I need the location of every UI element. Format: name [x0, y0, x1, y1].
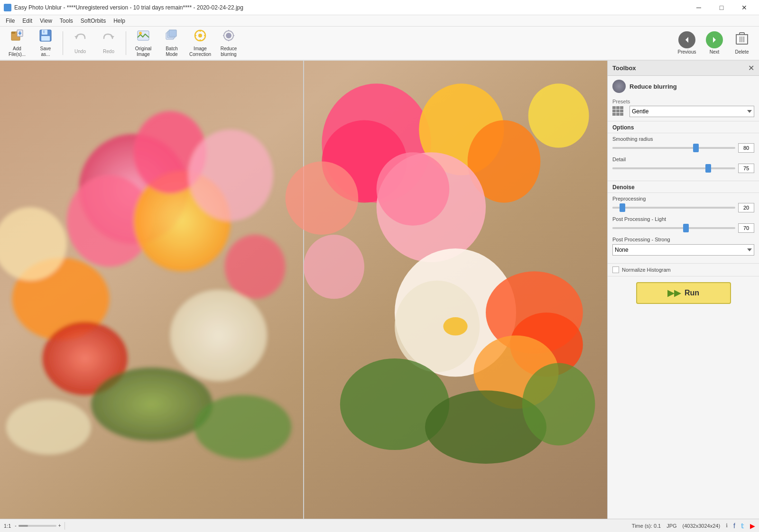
image-correction-label: ImageCorrection: [189, 46, 211, 57]
post-processing-strong-row: Post Processing - Strong None Light Medi…: [612, 237, 754, 256]
original-image-button[interactable]: OriginalImage: [130, 28, 157, 58]
next-button[interactable]: Next: [701, 28, 728, 58]
save-as-button[interactable]: Saveas...: [32, 28, 59, 58]
info-icon: ℹ: [726, 523, 728, 529]
image-correction-icon: [194, 29, 207, 45]
smoothing-radius-slider[interactable]: [612, 147, 735, 149]
image-area: [0, 61, 607, 519]
run-icon: ▶▶: [667, 288, 681, 298]
smoothing-radius-slider-row: 80: [612, 143, 754, 153]
batch-mode-button[interactable]: BatchMode: [158, 28, 185, 58]
reduce-blurring-label: Reduceblurring: [221, 46, 237, 57]
close-button[interactable]: ✕: [733, 0, 755, 15]
processing-time: Time (s): 0.1: [632, 523, 661, 529]
svg-point-64: [528, 83, 589, 147]
post-processing-light-value[interactable]: 70: [738, 223, 754, 233]
delete-button[interactable]: Delete: [729, 28, 755, 58]
svg-marker-10: [111, 36, 114, 38]
presets-grid-icon: [612, 106, 626, 117]
smoothing-radius-value[interactable]: 80: [738, 143, 754, 153]
original-image-label: OriginalImage: [135, 46, 151, 57]
svg-point-40: [170, 290, 267, 381]
zoom-in-icon[interactable]: +: [58, 523, 61, 528]
add-files-icon: [10, 29, 24, 45]
next-label: Next: [710, 49, 720, 55]
maximize-button[interactable]: □: [711, 0, 732, 15]
presets-section: Presets Gentle Medium Strong Custom: [608, 96, 759, 121]
previous-label: Previous: [678, 49, 696, 55]
redo-button[interactable]: Redo: [95, 28, 122, 58]
svg-rect-8: [41, 36, 50, 41]
post-processing-strong-select[interactable]: None Light Medium Strong: [612, 244, 754, 256]
toolbox-header: Toolbox ✕: [608, 61, 759, 76]
menu-view[interactable]: View: [36, 17, 56, 25]
social-icon-2[interactable]: 𝕥: [741, 522, 744, 530]
svg-point-62: [286, 162, 359, 235]
redo-label: Redo: [103, 49, 114, 55]
image-format: JPG: [666, 523, 676, 529]
normalize-histogram-checkbox[interactable]: [612, 266, 619, 273]
menu-tools[interactable]: Tools: [56, 17, 77, 25]
normalize-histogram-row: Normalize Histogram: [608, 264, 759, 276]
toolbox-title: Toolbox: [612, 64, 636, 72]
svg-point-60: [522, 363, 595, 446]
svg-point-52: [377, 152, 450, 226]
run-section: ▶▶ Run: [608, 276, 759, 310]
delete-label: Delete: [735, 49, 749, 55]
previous-button[interactable]: Previous: [674, 28, 700, 58]
post-processing-light-slider[interactable]: [612, 227, 735, 229]
svg-point-45: [6, 400, 91, 455]
preprocessing-value[interactable]: 20: [738, 203, 754, 212]
status-bar: 1:1 - + Time (s): 0.1 JPG (4032x3024x24)…: [0, 519, 759, 532]
svg-point-19: [226, 33, 231, 38]
next-icon: [706, 31, 723, 48]
toolbar-right-nav: Previous Next Delete: [674, 26, 755, 60]
preprocessing-slider[interactable]: [612, 207, 735, 209]
svg-rect-15: [169, 30, 176, 37]
denoise-body: Preprocessing 20 Post Processing - Light: [608, 193, 759, 264]
detail-thumb[interactable]: [705, 164, 711, 173]
detail-slider-row: 75: [612, 164, 754, 173]
post-processing-light-slider-row: 70: [612, 223, 754, 233]
svg-point-12: [139, 32, 142, 35]
post-processing-light-thumb[interactable]: [683, 224, 689, 232]
presets-label: Presets: [612, 99, 754, 104]
menu-edit[interactable]: Edit: [19, 17, 36, 25]
presets-select[interactable]: Gentle Medium Strong Custom: [629, 106, 754, 117]
image-correction-button[interactable]: ImageCorrection: [187, 28, 213, 58]
post-processing-light-label: Post Processing - Light: [612, 216, 754, 222]
undo-button[interactable]: Undo: [67, 28, 93, 58]
social-icon-3[interactable]: ▶: [750, 522, 755, 530]
toolbox-close-button[interactable]: ✕: [748, 64, 754, 73]
status-right: Time (s): 0.1 JPG (4032x3024x24) ℹ f 𝕥 ▶: [632, 522, 755, 530]
toolbar-sep-1: [63, 31, 63, 55]
delete-icon: [736, 31, 748, 48]
undo-label: Undo: [74, 49, 86, 55]
zoom-out-icon[interactable]: -: [15, 523, 16, 528]
svg-point-61: [443, 317, 467, 336]
menu-file[interactable]: File: [2, 17, 19, 25]
app-icon: [4, 4, 11, 11]
detail-slider[interactable]: [612, 167, 735, 169]
svg-marker-9: [74, 36, 78, 38]
add-files-button[interactable]: AddFile(s)...: [4, 28, 30, 58]
menu-help[interactable]: Help: [110, 17, 129, 25]
detail-value[interactable]: 75: [738, 164, 754, 173]
smoothing-radius-thumb[interactable]: [693, 144, 699, 152]
presets-row: Gentle Medium Strong Custom: [612, 106, 754, 117]
preprocessing-slider-row: 20: [612, 203, 754, 212]
zoom-indicator: 1:1: [4, 523, 11, 529]
denoise-header: Denoise: [608, 181, 759, 193]
post-processing-light-row: Post Processing - Light 70: [612, 216, 754, 233]
preprocessing-row: Preprocessing 20: [612, 196, 754, 212]
blur-tool-icon: [612, 80, 626, 93]
reduce-blurring-button[interactable]: Reduceblurring: [215, 28, 242, 58]
menu-softorbits[interactable]: SoftOrbits: [77, 17, 110, 25]
minimize-button[interactable]: ─: [688, 0, 710, 15]
zoom-track[interactable]: [19, 525, 56, 527]
run-button[interactable]: ▶▶ Run: [636, 282, 731, 304]
social-icon-1[interactable]: f: [733, 522, 735, 530]
preprocessing-thumb[interactable]: [620, 203, 625, 212]
svg-point-42: [194, 395, 292, 459]
batch-mode-label: BatchMode: [166, 46, 178, 57]
